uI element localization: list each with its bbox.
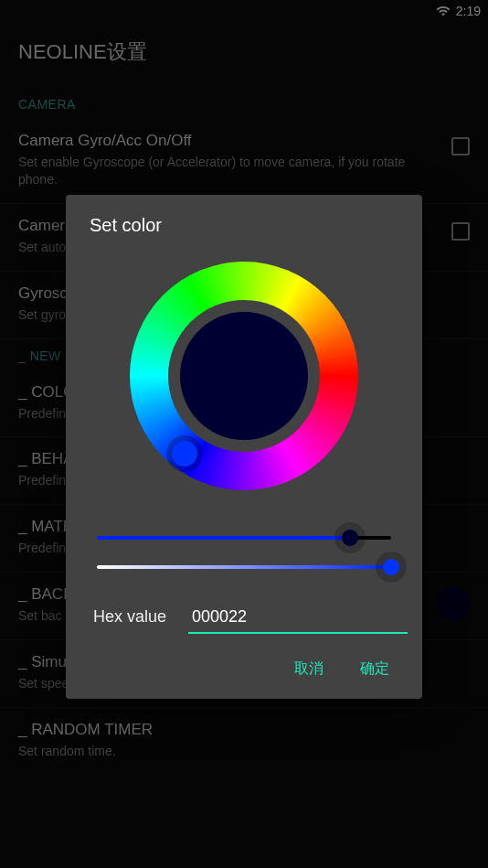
slider-thumb[interactable] <box>342 530 358 546</box>
color-dialog: Set color Hex value 取消 <box>66 195 422 699</box>
hex-input[interactable] <box>188 602 408 634</box>
slider-thumb[interactable] <box>383 559 399 575</box>
color-wheel[interactable] <box>130 262 358 490</box>
dialog-title: Set color <box>90 215 398 236</box>
color-wheel-thumb[interactable] <box>172 441 197 466</box>
hex-label: Hex value <box>93 607 166 627</box>
saturation-slider[interactable] <box>97 552 391 582</box>
confirm-button[interactable]: 确定 <box>356 654 393 684</box>
dialog-scrim[interactable]: Set color Hex value 取消 <box>0 0 488 868</box>
cancel-button[interactable]: 取消 <box>291 654 327 684</box>
color-preview <box>180 312 308 440</box>
value-slider[interactable] <box>97 523 391 552</box>
slider-track <box>97 565 391 569</box>
